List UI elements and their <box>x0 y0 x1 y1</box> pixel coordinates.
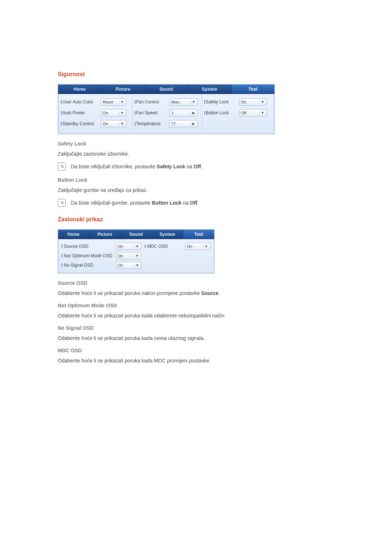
label-not-optimum: Not Optimum Mode OSD <box>62 253 112 258</box>
spin-value: 1 <box>171 111 189 115</box>
chevron-down-icon: ▼ <box>119 122 124 126</box>
section-title-sigurnost: Sigurnost <box>58 71 334 78</box>
note-text-bold2: Off <box>194 164 201 169</box>
chevron-down-icon: ▼ <box>204 245 209 248</box>
note-text-bold2: Off <box>190 200 197 206</box>
tab-picture[interactable]: Picture <box>101 85 144 94</box>
heading-source-osd: Source OSD <box>58 280 334 286</box>
chevron-right-icon: ▶ <box>191 111 196 115</box>
label-no-signal: No Signal OSD <box>62 263 112 268</box>
combo-no-signal[interactable]: On ▼ <box>116 262 141 269</box>
body-source-osd: Odaberite hoće li se prikazati poruka na… <box>58 290 334 296</box>
combo-fan-control[interactable]: Man... ▼ <box>170 98 198 106</box>
note-text-pre: Da biste otključali gumbe, postavite <box>71 200 152 206</box>
heading-safety-lock: Safety Lock <box>58 141 334 147</box>
body-no-signal: Odaberite hoće li se prikazati poruka ka… <box>58 335 334 341</box>
spin-fan-speed[interactable]: 1 ▶ <box>170 109 198 116</box>
tab-sound[interactable]: Sound <box>145 85 188 94</box>
combo-auto-power[interactable]: On ▼ <box>101 109 126 116</box>
heading-not-optimum: Not Optimum Mode OSD <box>58 303 334 308</box>
combo-value: On <box>241 100 258 104</box>
note-text-mid: na <box>181 200 190 206</box>
combo-value: Off <box>241 111 258 115</box>
body-safety-lock: Zaključajte zaslonske izbornike. <box>58 151 334 157</box>
combo-value: On <box>103 122 118 126</box>
heading-button-lock: Button Lock <box>58 177 334 183</box>
label-user-auto-color: User Auto Color <box>61 99 99 104</box>
note-text-post: . <box>201 164 203 169</box>
body-button-lock: Zaključajte gumbe na uređaju za prikaz. <box>58 187 334 193</box>
note-icon: ✎ <box>58 163 66 171</box>
combo-mdc-osd[interactable]: On ▼ <box>185 243 211 250</box>
spin-temperature[interactable]: 77 ▶ <box>170 120 198 127</box>
chevron-right-icon: ▶ <box>191 122 196 126</box>
section-title-zaslonski: Zaslonski prikaz <box>58 216 334 223</box>
combo-value: Man... <box>171 100 189 104</box>
label-temperature: Temperature <box>135 121 167 126</box>
tab-picture[interactable]: Picture <box>89 230 121 239</box>
label-fan-control: Fan Control <box>135 99 167 104</box>
chevron-down-icon: ▼ <box>260 100 265 104</box>
heading-no-signal: No Signal OSD <box>58 325 334 331</box>
note-text-post: . <box>197 200 199 206</box>
note-text-mid: na <box>185 164 193 169</box>
tabbar-1: Home Picture Sound System Tool <box>58 85 274 94</box>
combo-value: Reset <box>103 100 118 104</box>
note-safety-lock: Da biste otključali izbornike, postavite… <box>71 164 203 169</box>
tabbar-2: Home Picture Sound System Tool <box>58 230 214 239</box>
tab-home[interactable]: Home <box>58 230 89 239</box>
combo-value: On <box>103 111 118 115</box>
label-standby-control: Standby Control <box>61 121 99 126</box>
combo-value: On <box>187 244 202 249</box>
tab-tool[interactable]: Tool <box>232 85 274 94</box>
chevron-down-icon: ▼ <box>134 245 139 248</box>
combo-value: On <box>118 254 133 258</box>
combo-source-osd[interactable]: On ▼ <box>116 243 141 250</box>
tab-system[interactable]: System <box>188 85 231 94</box>
note-text-pre: Da biste otključali izbornike, postavite <box>71 164 157 169</box>
heading-mdc-osd: MDC OSD <box>58 348 334 353</box>
tab-system[interactable]: System <box>152 230 183 239</box>
security-panel: Home Picture Sound System Tool User Auto… <box>58 84 275 134</box>
label-mdc-osd: MDC OSD <box>145 244 181 249</box>
osd-panel: Home Picture Sound System Tool Source OS… <box>58 229 215 274</box>
chevron-down-icon: ▼ <box>191 100 196 104</box>
chevron-down-icon: ▼ <box>134 263 139 267</box>
tab-home[interactable]: Home <box>58 85 101 94</box>
tab-tool[interactable]: Tool <box>183 230 214 239</box>
note-button-lock: Da biste otključali gumbe, postavite But… <box>71 200 199 206</box>
body-bold: Source <box>201 290 218 296</box>
body-post: . <box>219 290 220 296</box>
note-text-bold: Button Lock <box>152 200 181 206</box>
note-text-bold: Safety Lock <box>157 164 185 169</box>
spin-value: 77 <box>171 122 189 126</box>
combo-safety-lock[interactable]: On ▼ <box>239 98 267 106</box>
chevron-down-icon: ▼ <box>119 100 124 104</box>
label-safety-lock: Safety Lock <box>204 99 237 104</box>
combo-value: On <box>118 244 133 249</box>
note-icon: ✎ <box>58 199 66 207</box>
label-auto-power: Auto Power <box>61 110 99 115</box>
body-mdc-osd: Odaberite hoće li se prikazati poruka ka… <box>58 358 334 364</box>
body-not-optimum: Odaberite hoće li se prikazati poruka ka… <box>58 313 334 319</box>
combo-not-optimum[interactable]: On ▼ <box>116 252 141 259</box>
body-pre: Odaberite hoće li se prikazati poruka na… <box>58 290 201 296</box>
chevron-down-icon: ▼ <box>119 111 124 115</box>
combo-user-auto-color[interactable]: Reset ▼ <box>101 98 126 106</box>
combo-button-lock[interactable]: Off ▼ <box>239 109 267 116</box>
tab-sound[interactable]: Sound <box>121 230 152 239</box>
chevron-down-icon: ▼ <box>260 111 265 115</box>
label-source-osd: Source OSD <box>62 244 112 249</box>
label-button-lock: Button Lock <box>204 110 237 115</box>
combo-value: On <box>118 263 133 267</box>
combo-standby-control[interactable]: On ▼ <box>101 120 126 127</box>
chevron-down-icon: ▼ <box>134 254 139 258</box>
label-fan-speed: Fan Speed <box>135 110 167 115</box>
